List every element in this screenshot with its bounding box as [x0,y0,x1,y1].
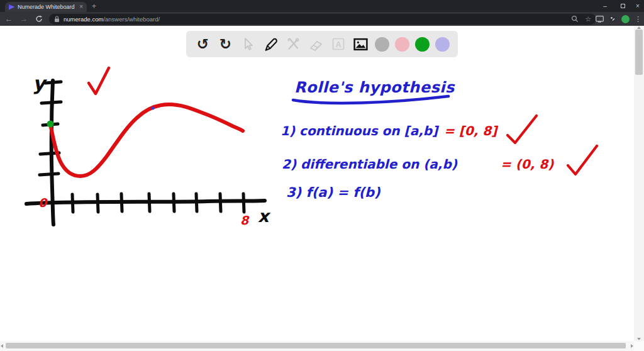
x-axis [26,201,265,204]
window-close-button[interactable]: × [629,0,644,12]
eraser-icon [308,36,323,52]
lock-icon [54,16,60,23]
profile-avatar[interactable] [621,15,630,23]
tools-button[interactable] [285,36,302,53]
vertical-scrollbar[interactable] [634,26,644,341]
text-tool-icon: A [331,36,346,52]
note-checkmark-2 [568,146,597,174]
note-item-1: 1) continuous on [a,b] [280,123,440,138]
x-tick [243,194,244,212]
browser-titlebar: Numerade Whiteboard × + – × [0,0,644,12]
tab-title: Numerade Whiteboard [18,4,76,10]
url-text: numerade.com/answers/whiteboard/ [64,16,160,23]
drawing-toolbar: ↺ ↻ A [186,31,458,57]
y-axis [52,81,53,225]
eraser-tool-button[interactable] [308,36,325,53]
reload-button[interactable] [32,12,46,26]
notes-title-underline [293,96,448,103]
x-tick [196,194,197,211]
pen-icon [263,36,279,52]
back-button[interactable]: ← [2,12,16,26]
color-swatch-pink[interactable] [395,37,409,52]
select-tool-button[interactable] [240,36,257,53]
y-tick [42,102,61,103]
color-swatch-green[interactable] [415,37,430,52]
crossed-tools-icon [286,36,301,52]
address-bar[interactable]: numerade.com/answers/whiteboard/ ☆ [49,14,596,25]
extension-icon[interactable] [609,15,616,23]
blue-dot [152,107,155,110]
x-tick [97,194,98,212]
vertical-scrollbar-thumb[interactable] [635,30,643,75]
image-icon [353,36,369,52]
color-swatch-purple[interactable] [435,37,450,52]
scroll-left-arrow-icon[interactable] [1,344,3,348]
whiteboard-page: ↺ ↻ A [0,26,644,351]
window-minimize-button[interactable]: – [596,0,614,12]
bookmark-star-icon[interactable]: ☆ [585,15,591,23]
numerade-favicon [9,4,14,10]
note-item-3: 3) f(a) = f(b) [286,185,380,200]
y-axis-top-serif [45,82,61,83]
reload-icon [35,15,43,23]
image-tool-button[interactable] [352,36,369,53]
cast-icon[interactable] [596,16,604,23]
undo-icon: ↺ [197,37,209,52]
notes-title: Rolle's hypothesis [294,79,455,96]
url-domain: numerade.com [64,16,103,23]
pen-tool-button[interactable] [262,36,279,53]
scroll-right-arrow-icon[interactable] [631,344,633,348]
y-tick [40,174,58,175]
origin-label: 0 [38,196,48,209]
new-tab-button[interactable]: + [92,3,96,10]
url-path: /answers/whiteboard/ [103,16,160,23]
forward-button[interactable]: → [17,12,31,26]
redo-button[interactable]: ↻ [217,36,234,53]
color-swatch-gray[interactable] [375,37,389,52]
browser-menu-icon[interactable]: ⋮ [635,15,641,23]
scroll-down-arrow-icon[interactable] [637,338,641,340]
horizontal-scrollbar[interactable] [0,341,634,351]
note-item-2-value: = (0, 8) [501,157,554,172]
cursor-icon [240,36,255,52]
x-tick [220,194,221,211]
undo-button[interactable]: ↺ [194,36,211,53]
maximize-icon [621,4,625,8]
y-tick [43,124,58,125]
browser-tab[interactable]: Numerade Whiteboard × [5,2,87,12]
tab-close-icon[interactable]: × [79,4,83,10]
horizontal-scrollbar-thumb[interactable] [6,343,626,348]
graph-checkmark [89,68,109,94]
note-item-1-value: = [0, 8] [444,123,499,138]
x-tick [72,194,73,212]
x-tick [121,194,122,211]
green-point [47,121,54,128]
x-tick [149,194,150,211]
text-tool-button[interactable]: A [330,36,347,53]
scrollbar-corner [634,341,644,351]
text-tool-letter: A [336,40,341,49]
zoom-icon[interactable] [571,15,579,23]
note-checkmark-1 [508,116,536,143]
y-axis-label: y [33,72,48,94]
x-tick [174,194,174,211]
whiteboard-canvas[interactable]: y x 0 8 Rolle's hypothesis 1) continuous… [0,26,644,341]
browser-navbar: ← → numerade.com/answers/whiteboard/ ☆ ⋮ [0,12,644,26]
x-end-label: 8 [240,213,250,227]
scroll-up-arrow-icon[interactable] [637,26,641,29]
redo-icon: ↻ [219,37,231,52]
y-tick [40,153,59,154]
x-axis-label: x [258,206,271,226]
note-item-2: 2) differentiable on (a,b) [282,157,458,172]
function-curve [50,104,243,176]
